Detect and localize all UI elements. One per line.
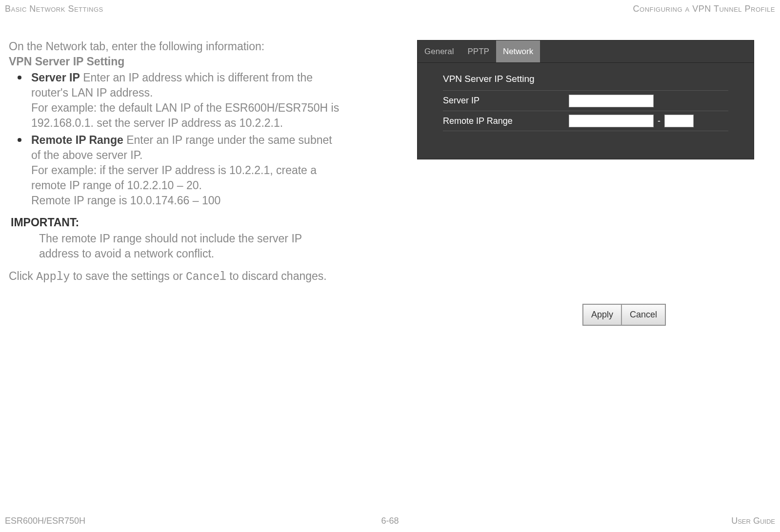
tab-pptp[interactable]: PPTP [460, 40, 496, 62]
row-remote-range: Remote IP Range - [443, 111, 728, 131]
click-mid: to save the settings or [70, 270, 186, 282]
extra-remote-range: Remote IP range is 10.0.174.66 – 100 [31, 194, 220, 207]
footer-model: ESR600H/ESR750H [5, 516, 85, 526]
label-remote-range: Remote IP Range [443, 116, 569, 126]
cancel-button[interactable]: Cancel [621, 304, 665, 325]
example-remote-range: For example: if the server IP address is… [31, 164, 317, 192]
term-server-ip: Server IP [31, 71, 80, 84]
cancel-code: Cancel [186, 271, 226, 283]
intro-text: On the Network tab, enter the following … [9, 40, 340, 53]
header-right: Configuring a VPN Tunnel Profile [633, 4, 775, 14]
panel-body: VPN Server IP Setting Server IP Remote I… [418, 63, 754, 136]
tab-network[interactable]: Network [496, 40, 540, 62]
click-pre: Click [9, 270, 36, 282]
tab-bar: General PPTP Network [418, 40, 754, 63]
footer-page-number: 6-68 [381, 516, 399, 526]
important-label: IMPORTANT: [11, 216, 340, 229]
control-server-ip [569, 95, 728, 107]
action-buttons-screenshot: Apply Cancel [582, 304, 666, 326]
example-server-ip: For example: the default LAN IP of the E… [31, 101, 339, 129]
section-title: VPN Server IP Setting [9, 55, 340, 68]
footer-guide-label: User Guide [731, 516, 775, 526]
label-server-ip: Server IP [443, 96, 569, 106]
instruction-text: On the Network tab, enter the following … [9, 40, 340, 285]
control-remote-range: - [569, 115, 728, 127]
apply-button[interactable]: Apply [583, 304, 621, 325]
apply-code: Apply [36, 271, 70, 283]
range-dash: - [658, 116, 660, 126]
list-item: Remote IP Range Enter an IP range under … [18, 133, 340, 208]
tab-general[interactable]: General [418, 40, 460, 62]
click-instruction: Click Apply to save the settings or Canc… [9, 269, 340, 285]
remote-range-start-input[interactable] [569, 115, 654, 127]
server-ip-input[interactable] [569, 95, 654, 107]
list-item: Server IP Enter an IP address which is d… [18, 70, 340, 131]
row-server-ip: Server IP [443, 90, 728, 111]
important-body: The remote IP range should not include t… [39, 231, 340, 261]
remote-range-end-input[interactable] [664, 115, 694, 127]
settings-panel-screenshot: General PPTP Network VPN Server IP Setti… [417, 40, 754, 159]
header-left: Basic Network Settings [5, 4, 103, 14]
panel-section-title: VPN Server IP Setting [443, 74, 728, 84]
click-post: to discard changes. [226, 270, 327, 282]
term-remote-range: Remote IP Range [31, 134, 123, 146]
